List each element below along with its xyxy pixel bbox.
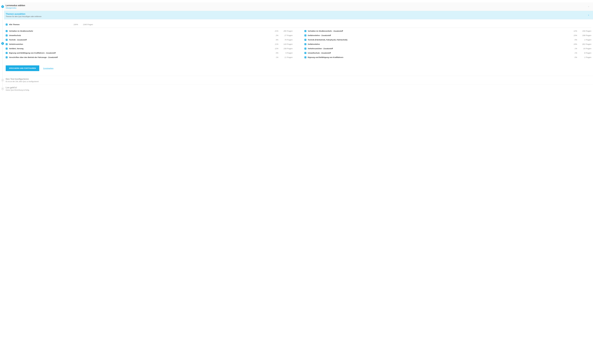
step-2-actions: Speichern und Fortfahren Zurückgehen <box>6 65 591 71</box>
topic-row: Verkehrszeichen11%143 Fragen <box>6 42 293 46</box>
quiz-setup-wizard: Lernmodus wählen Übungsmodus 2 Themen au… <box>0 0 593 95</box>
step-3-header[interactable]: Den Test konfigurieren Es ist an der Zei… <box>4 76 593 84</box>
topic-label: Verhalten im Straßenverkehr - Zusatzstof… <box>308 30 343 32</box>
check-icon <box>6 30 7 32</box>
topic-label: Vorschriften über den Betrieb der Fahrze… <box>9 56 58 58</box>
topic-percent: 1% <box>569 47 577 50</box>
all-topics-row: Alle Themen 100% 1345 Fragen <box>6 21 591 28</box>
topic-percent: 19% <box>569 43 577 45</box>
topic-percent: 0% <box>569 39 577 41</box>
check-icon <box>6 24 7 25</box>
topic-label: Verhalten im Straßenverkehr <box>9 30 33 32</box>
check-icon <box>6 48 7 49</box>
step-2-header[interactable]: Themen auswählen Themen für dein Quiz hi… <box>4 11 593 20</box>
check-icon <box>6 44 7 45</box>
check-icon <box>6 52 7 53</box>
check-icon <box>305 35 306 36</box>
topic-checkbox[interactable] <box>6 43 8 45</box>
topic-row: Technik - Zusatzstoff6%79 Fragen <box>6 38 293 42</box>
step-1-marker <box>1 5 4 8</box>
topic-row: Gefahrenlehre - Zusatzstoff15%198 Fragen <box>304 33 591 38</box>
step-1-header[interactable]: Lernmodus wählen Übungsmodus <box>4 2 593 11</box>
topic-checkbox[interactable] <box>6 56 8 58</box>
topic-row: Eignung und Befähigung von Kraftfahrern0… <box>304 55 591 59</box>
check-icon <box>6 35 7 36</box>
check-icon <box>305 52 306 53</box>
topic-percent: 6% <box>270 39 278 41</box>
step-4-marker: 4 <box>1 87 4 90</box>
topic-row: Verhalten im Straßenverkehr21%280 Fragen <box>6 29 293 33</box>
all-topics-label: Alle Themen <box>9 23 20 26</box>
back-link[interactable]: Zurückgehen <box>43 67 53 69</box>
step-2-marker: 2 <box>1 42 4 45</box>
topic-percent: 0% <box>270 52 278 54</box>
topic-label: Eignung und Befähigung von Kraftfahrern <box>308 56 343 58</box>
topic-label: Verkehrszeichen - Zusatzstoff <box>308 47 333 50</box>
topic-checkbox[interactable] <box>304 48 306 50</box>
step-3-title: Den Test konfigurieren <box>6 78 39 80</box>
step-4-header[interactable]: Los geht's! Deine Quiz-Einrichtung ist f… <box>4 84 593 93</box>
topic-label: Technik (Fahrbetrieb, Fahrphysik, Fahrte… <box>308 39 347 41</box>
topic-checkbox[interactable] <box>6 30 8 32</box>
topic-count: 8 Fragen <box>577 52 591 54</box>
step-2-title: Themen auswählen <box>6 13 41 15</box>
topic-count: 11 Fragen <box>278 56 293 58</box>
topic-column-right: Verhalten im Straßenverkehr - Zusatzstof… <box>304 29 591 59</box>
step-2-subtitle: Themen für dein Quiz hinzufügen oder ent… <box>6 15 41 17</box>
step-4: 4 Los geht's! Deine Quiz-Einrichtung ist… <box>0 84 593 93</box>
topic-checkbox[interactable] <box>304 30 306 32</box>
topic-count: 79 Fragen <box>278 39 293 41</box>
topic-checkbox[interactable] <box>304 34 306 36</box>
step-4-subtitle: Deine Quiz-Einrichtung ist fertig. <box>6 89 30 91</box>
step-3: 3 Den Test konfigurieren Es ist an der Z… <box>0 76 593 84</box>
chevron-down-icon <box>588 6 589 7</box>
topic-checkbox[interactable] <box>6 34 8 36</box>
topic-count: 262 Fragen <box>577 43 591 45</box>
topic-checkbox[interactable] <box>6 48 8 50</box>
step-1-subtitle: Übungsmodus <box>6 7 25 9</box>
topic-count: 1 Fragen <box>577 39 591 41</box>
topic-count: 158 Fragen <box>278 47 293 50</box>
check-icon <box>305 48 306 49</box>
topic-percent: 21% <box>270 30 278 32</box>
topic-label: Technik - Zusatzstoff <box>9 39 27 41</box>
topic-checkbox[interactable] <box>304 43 306 45</box>
step-3-subtitle: Es ist an der Zeit, dein Quiz zu konfigu… <box>6 81 39 83</box>
topic-percent: 12% <box>569 30 577 32</box>
save-continue-button[interactable]: Speichern und Fortfahren <box>6 65 39 71</box>
topic-count: 5 Fragen <box>278 52 293 54</box>
topic-count: 280 Fragen <box>278 30 293 32</box>
chevron-right-icon <box>588 14 589 16</box>
topic-count: 156 Fragen <box>577 30 591 32</box>
topic-percent: 1% <box>569 52 577 54</box>
topic-checkbox[interactable] <box>6 52 8 54</box>
all-topics-count: 1345 Fragen <box>78 23 93 26</box>
topic-count: 16 Fragen <box>577 47 591 50</box>
topic-label: Verkehrszeichen <box>9 43 23 45</box>
topic-label: Eignung und Befähigung von Kraftfahrern … <box>9 52 56 54</box>
topic-count: 27 Fragen <box>278 34 293 36</box>
step-1: Lernmodus wählen Übungsmodus <box>0 2 593 11</box>
topic-percent: 2% <box>270 34 278 36</box>
step-1-title: Lernmodus wählen <box>6 4 25 7</box>
check-icon <box>305 57 306 58</box>
topic-row: Vorfahrt, Vorrang12%158 Fragen <box>6 46 293 51</box>
topic-row: Verkehrszeichen - Zusatzstoff1%16 Fragen <box>304 46 591 51</box>
topic-percent: 12% <box>270 47 278 50</box>
topic-checkbox[interactable] <box>304 56 306 58</box>
topic-label: Umweltschutz <box>9 34 21 36</box>
topic-row: Eignung und Befähigung von Kraftfahrern … <box>6 51 293 55</box>
all-topics-checkbox[interactable] <box>6 24 8 26</box>
step-2-body: Alle Themen 100% 1345 Fragen Verhalten i… <box>4 20 593 76</box>
check-icon <box>6 57 7 58</box>
topic-row: Verhalten im Straßenverkehr - Zusatzstof… <box>304 29 591 33</box>
topic-percent: 0% <box>569 56 577 58</box>
topic-checkbox[interactable] <box>6 39 8 41</box>
topic-checkbox[interactable] <box>304 39 306 41</box>
check-icon <box>305 44 306 45</box>
topic-checkbox[interactable] <box>304 52 306 54</box>
topic-count: 1 Fragen <box>577 56 591 58</box>
topic-row: Umweltschutz - Zusatzstoff1%8 Fragen <box>304 51 591 55</box>
topic-row: Gefahrenlehre19%262 Fragen <box>304 42 591 46</box>
topic-percent: 15% <box>569 34 577 36</box>
